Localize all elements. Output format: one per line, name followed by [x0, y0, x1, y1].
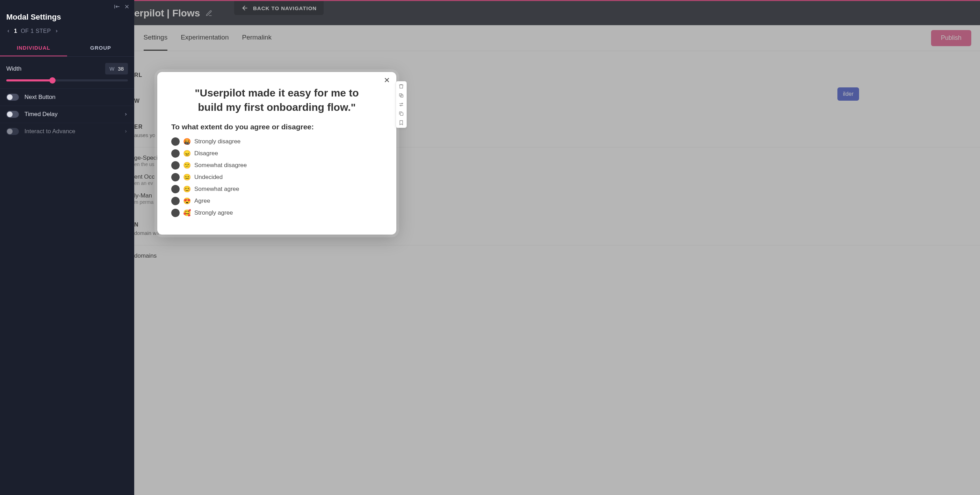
- modal-quote: "Userpilot made it easy for me to build …: [182, 86, 372, 114]
- survey-option[interactable]: 😕Somewhat disagree: [171, 161, 382, 170]
- subtab-group[interactable]: GROUP: [67, 40, 134, 56]
- copy-icon[interactable]: [398, 92, 404, 98]
- option-label: Somewhat disagree: [194, 162, 247, 169]
- survey-modal: "Userpilot made it easy for me to build …: [157, 72, 396, 235]
- modal-close-icon[interactable]: [383, 76, 391, 84]
- radio-icon[interactable]: [171, 209, 180, 217]
- option-label: Agree: [194, 197, 210, 204]
- option-emoji: 🥰: [183, 209, 191, 217]
- svg-rect-4: [400, 113, 403, 115]
- next-button-toggle[interactable]: [6, 94, 19, 101]
- survey-option[interactable]: 🥰Strongly agree: [171, 209, 382, 217]
- timed-delay-toggle[interactable]: [6, 111, 19, 118]
- modal-action-toolbar: [396, 81, 407, 128]
- subtab-individual[interactable]: INDIVIDUAL: [0, 40, 67, 56]
- radio-icon[interactable]: [171, 197, 180, 205]
- svg-point-3: [400, 105, 401, 106]
- radio-icon[interactable]: [171, 161, 180, 170]
- modal-question: To what extent do you agree or disagree:: [171, 123, 382, 131]
- radio-icon[interactable]: [171, 185, 180, 193]
- radio-icon[interactable]: [171, 137, 180, 146]
- next-button-row: Next Button: [0, 88, 134, 105]
- width-unit: W: [110, 66, 114, 72]
- interact-advance-row[interactable]: Interact to Advance: [0, 123, 134, 140]
- width-label: Width: [6, 65, 21, 72]
- duplicate-icon[interactable]: [398, 111, 404, 116]
- interact-advance-label: Interact to Advance: [24, 128, 118, 135]
- survey-option[interactable]: 😠Disagree: [171, 149, 382, 158]
- option-emoji: 😠: [183, 150, 191, 157]
- panel-title: Modal Settings: [0, 10, 134, 28]
- trash-icon[interactable]: [398, 84, 404, 89]
- step-prev-icon[interactable]: [6, 29, 11, 33]
- step-next-icon[interactable]: [54, 29, 59, 33]
- step-current: 1: [14, 28, 17, 34]
- width-slider[interactable]: [6, 80, 128, 81]
- timed-delay-label: Timed Delay: [24, 111, 118, 118]
- close-panel-icon[interactable]: [124, 3, 130, 10]
- interact-advance-toggle[interactable]: [6, 128, 19, 135]
- svg-point-2: [402, 103, 402, 104]
- panel-subtabs: INDIVIDUAL GROUP: [0, 40, 134, 57]
- survey-option[interactable]: 😊Somewhat agree: [171, 185, 382, 193]
- option-emoji: 😊: [183, 185, 191, 193]
- option-emoji: 🤬: [183, 138, 191, 145]
- next-button-label: Next Button: [24, 94, 128, 101]
- collapse-icon[interactable]: [114, 3, 120, 10]
- dim-overlay: [0, 0, 980, 495]
- option-label: Strongly disagree: [194, 138, 240, 145]
- option-emoji: 😕: [183, 161, 191, 169]
- survey-option[interactable]: 😍Agree: [171, 197, 382, 205]
- timed-delay-row[interactable]: Timed Delay: [0, 105, 134, 123]
- width-value: 38: [118, 66, 124, 72]
- step-indicator: 1 OF 1 STEP: [0, 28, 134, 40]
- option-label: Disagree: [194, 150, 218, 157]
- radio-icon[interactable]: [171, 173, 180, 181]
- width-row: Width W 38: [0, 57, 134, 77]
- bookmark-icon[interactable]: [398, 120, 404, 126]
- survey-option[interactable]: 😐Undecided: [171, 173, 382, 181]
- option-label: Undecided: [194, 174, 223, 181]
- chevron-right-icon: [124, 112, 128, 116]
- step-rest: OF 1 STEP: [21, 28, 51, 34]
- sliders-icon[interactable]: [398, 102, 404, 107]
- slider-thumb[interactable]: [49, 77, 56, 84]
- chevron-right-icon: [124, 129, 128, 134]
- option-emoji: 😐: [183, 173, 191, 181]
- survey-option[interactable]: 🤬Strongly disagree: [171, 137, 382, 146]
- option-emoji: 😍: [183, 197, 191, 205]
- option-label: Somewhat agree: [194, 186, 239, 193]
- radio-icon[interactable]: [171, 149, 180, 158]
- width-input[interactable]: W 38: [105, 63, 128, 75]
- modal-settings-panel: Modal Settings 1 OF 1 STEP INDIVIDUAL GR…: [0, 0, 134, 495]
- option-label: Strongly agree: [194, 209, 233, 216]
